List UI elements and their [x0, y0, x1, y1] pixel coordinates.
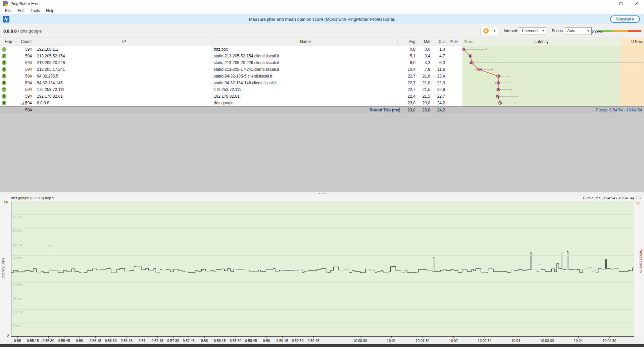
table-row[interactable]: 659494.32.134.146static-94-32-134-146.cl…: [0, 80, 644, 86]
maximize-button[interactable]: [613, 0, 629, 7]
gridline: [11, 242, 634, 242]
x-tick-label: 9:58:45: [245, 339, 257, 343]
summary-count: 594: [17, 107, 32, 113]
min-cell: 4,3: [417, 59, 430, 66]
column-header-latency[interactable]: 0 ms Latency 115 ms: [462, 38, 644, 46]
cur-cell: 11,6: [432, 66, 445, 73]
table-row[interactable]: 3594213.205.20.226static-213-205-20-226.…: [0, 59, 644, 66]
pause-button[interactable]: [481, 27, 491, 35]
interval-select[interactable]: 1 second▼: [519, 27, 546, 35]
timeline-range-label[interactable]: 10 minutes (9:54:54 - 10:04:54): [583, 196, 634, 200]
summary-min: 23,0: [417, 107, 430, 113]
y-axis-max-label: 50: [4, 200, 8, 204]
min-cell: 21,5: [417, 93, 430, 100]
avg-cell: 6,0: [396, 59, 415, 66]
x-tick-label: 9:58:15: [214, 339, 226, 343]
ip-cell: 213.205.52.154: [37, 53, 211, 59]
x-tick-label: 10:02: [449, 339, 458, 343]
column-header-avg[interactable]: Avg: [396, 39, 415, 44]
gridline-label: 30 ms: [13, 256, 22, 260]
min-cell: 21,6: [417, 73, 430, 80]
min-cell: 21,5: [417, 86, 430, 93]
upgrade-button[interactable]: Upgrade: [610, 15, 640, 23]
x-tick-mark: [391, 337, 392, 338]
table-row[interactable]: 2594213.205.52.154static-213-205-52-154.…: [0, 53, 644, 59]
timeline-title: dns.google (8.8.8.8) hop 9: [11, 196, 54, 200]
x-tick-label: 9:57:15: [151, 339, 163, 343]
gridline-label: 45 ms: [13, 215, 22, 219]
x-tick-mark: [127, 337, 127, 338]
min-cell: 3,4: [417, 53, 430, 59]
menu-item-edit[interactable]: Edit: [14, 8, 28, 14]
x-tick-mark: [251, 337, 251, 338]
table-row[interactable]: 4594213.205.17.241static-213-205-17-241.…: [0, 66, 644, 73]
hop-rows: 1594192.168.1.1fritz.box0,80,01,02594213…: [0, 46, 644, 106]
latency-scale-legend: 100ms 200ms: [597, 30, 641, 32]
pl-cell: [446, 80, 461, 86]
name-cell: static-94-32-135-5.clienti.tiscali.it: [214, 73, 397, 80]
cur-cell: 22,7: [432, 93, 445, 100]
latency-header-title: Latency: [462, 39, 621, 44]
upgrade-banner: Measure jitter and mean opinion score (M…: [0, 14, 644, 24]
bottom-strip: [0, 344, 644, 347]
x-tick-label: 10:02:30: [478, 339, 492, 343]
column-separator: [16, 39, 17, 45]
column-header-name[interactable]: Name: [214, 39, 397, 44]
column-header-min[interactable]: Min: [417, 39, 430, 44]
panel-splitter[interactable]: [0, 192, 644, 195]
ip-cell: 8.8.8.8: [37, 100, 211, 106]
cur-cell: 24,2: [432, 100, 445, 106]
name-cell: static-213-205-17-241.clienti.tiscali.it: [214, 66, 397, 73]
cur-cell: 22,3: [432, 80, 445, 86]
table-row[interactable]: 8594192.178.82.61192.178.82.6122,421,522…: [0, 93, 644, 100]
focus-value: Auto: [567, 29, 576, 33]
hop-number-badge: 7: [2, 87, 6, 92]
pause-dropdown-arrow[interactable]: ▼: [491, 27, 498, 35]
x-tick-mark: [547, 337, 547, 338]
target-bar: 8.8.8.8 / dns.google ▼ Interval 1 second…: [0, 24, 644, 38]
pl-cell: [446, 86, 461, 93]
hop-number-badge: 9: [2, 101, 6, 105]
table-row[interactable]: 95948.8.8.8dns.google23,823,024,2: [0, 100, 644, 106]
table-row[interactable]: 559494.32.135.5static-94-32-135-5.client…: [0, 73, 644, 80]
min-cell: 23,0: [417, 100, 430, 106]
x-tick-label: 10:01: [387, 339, 396, 343]
x-tick-label: 9:59:30: [292, 339, 303, 343]
minimize-button[interactable]: [598, 0, 613, 7]
table-row[interactable]: 7594172.253.72.111172.253.72.11122,721,5…: [0, 86, 644, 93]
avg-cell: 0,8: [396, 46, 415, 53]
column-header-count[interactable]: Count: [17, 39, 36, 44]
column-header-ip[interactable]: IP: [37, 39, 211, 44]
range-chevron-icon[interactable]: ⌄: [636, 196, 641, 200]
avg-cell: 22,7: [396, 73, 415, 80]
x-tick-label: 9:55: [14, 339, 21, 343]
target-hostname: / dns.google: [17, 29, 42, 34]
collapsed-panel-area: [0, 113, 644, 192]
gridline: [11, 269, 634, 269]
ip-cell: 213.205.17.241: [37, 66, 211, 73]
interval-label: Interval: [504, 29, 517, 33]
column-header-cur[interactable]: Cur: [432, 39, 445, 44]
column-header-hop[interactable]: Hop: [0, 39, 17, 44]
round-trip-row: 594 Round Trip (ms) 23,8 23,0 24,2 Focus…: [0, 106, 644, 113]
x-tick-label: 10:04:30: [603, 339, 616, 343]
column-header-pl[interactable]: PL%: [446, 39, 461, 44]
close-button[interactable]: [629, 0, 644, 7]
hop-number-badge: 1: [2, 47, 6, 52]
gridline-label: 35 ms: [13, 242, 22, 246]
window-title: PingPlotter Free: [10, 1, 40, 6]
x-tick-label: 9:59: [263, 339, 270, 343]
menu-item-tools[interactable]: Tools: [28, 8, 43, 14]
focus-select[interactable]: Auto▼: [565, 27, 592, 35]
menu-item-file[interactable]: File: [2, 8, 14, 14]
x-tick-mark: [282, 337, 283, 338]
x-tick-label: 9:55:45: [58, 339, 70, 343]
x-tick-mark: [485, 337, 485, 338]
app-icon: [3, 1, 8, 6]
min-cell: 21,0: [417, 80, 430, 86]
right-axis-title: Packet Loss %: [639, 248, 643, 273]
menu-item-help[interactable]: Help: [43, 8, 57, 14]
x-tick-mark: [48, 337, 49, 338]
table-row[interactable]: 1594192.168.1.1fritz.box0,80,01,0: [0, 46, 644, 53]
round-trip-label: Round Trip (ms): [319, 107, 400, 113]
